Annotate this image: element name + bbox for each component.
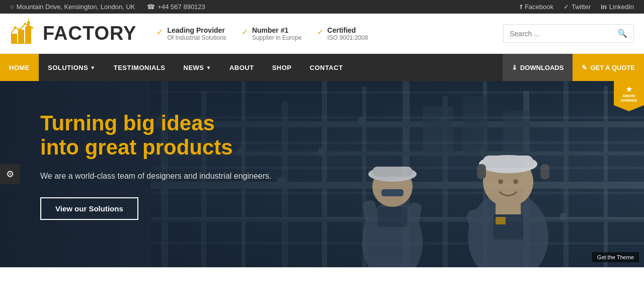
hero-workers-svg (267, 81, 644, 267)
feature3-title: Certified (328, 26, 368, 34)
check-icon-1: ✓ (156, 27, 163, 37)
svg-rect-0 (11, 34, 17, 43)
nav-news-label: NEWS (184, 64, 204, 71)
search-box[interactable]: 🔍 (503, 24, 634, 43)
top-bar: ○ Mountain Drive, Kensington, London, UK… (0, 0, 644, 14)
feature1-title: Leading Provider (167, 26, 226, 34)
twitter-link[interactable]: ✓ Twitter (564, 3, 591, 11)
address-text: Mountain Drive, Kensington, London, UK (17, 3, 135, 11)
nav-shop-label: SHOP (272, 64, 292, 71)
logo-text: FACTORY (43, 23, 136, 44)
top-bar-left: ○ Mountain Drive, Kensington, London, UK… (10, 3, 205, 11)
check-icon-3: ✓ (317, 27, 324, 37)
twitter-label: Twitter (572, 3, 591, 11)
facebook-link[interactable]: f Facebook (520, 3, 553, 11)
nav-about[interactable]: ABOUT (220, 54, 263, 81)
nav-solutions[interactable]: SOLUTIONS ▼ (39, 54, 105, 81)
nav-quote-label: GET A QUOTE (590, 64, 635, 71)
nav-downloads-label: DOWNLOADS (520, 64, 564, 71)
header: FACTORY ✓ Leading Provider Of Industrial… (0, 14, 644, 54)
facebook-label: Facebook (525, 3, 553, 11)
phone-link[interactable]: ☎ +44 567 890123 (147, 3, 205, 11)
linkedin-link[interactable]: in LinkedIn (601, 3, 634, 11)
nav-contact-label: CONTACT (310, 64, 343, 71)
svg-rect-53 (540, 164, 549, 179)
location-icon: ○ (10, 3, 14, 11)
svg-rect-42 (372, 167, 413, 177)
linkedin-label: LinkedIn (609, 3, 634, 11)
side-settings-button[interactable]: ⚙ (0, 164, 20, 184)
chevron-down-icon-solutions: ▼ (90, 65, 95, 70)
feature-number-one: ✓ Number #1 Supplier in Europe (242, 26, 302, 41)
downloads-icon: ⇓ (512, 64, 517, 71)
award-line2: NOMINEE (621, 98, 637, 103)
nav-quote[interactable]: ✎ GET A QUOTE (573, 54, 644, 81)
hero-title-line1: Turning big ideas (40, 111, 215, 135)
hero-content: Turning big ideas into great products We… (40, 111, 272, 220)
twitter-icon: ✓ (564, 3, 569, 11)
search-input[interactable] (504, 26, 611, 42)
get-theme-text: Get the Theme (597, 254, 634, 260)
svg-rect-1 (18, 30, 24, 43)
svg-point-4 (14, 26, 16, 28)
quote-icon: ✎ (582, 64, 587, 71)
top-bar-right: f Facebook ✓ Twitter in LinkedIn (520, 3, 634, 11)
gear-icon: ⚙ (6, 169, 14, 180)
nav-main: HOME SOLUTIONS ▼ TESTIMONIALS NEWS ▼ ABO… (0, 54, 503, 81)
header-features: ✓ Leading Provider Of Industrial Solutio… (156, 26, 483, 41)
feature-text-3: Certified ISO 9001:2008 (328, 26, 368, 41)
hero-title-line2: into great products (40, 135, 233, 159)
svg-point-7 (31, 27, 33, 29)
nav-about-label: ABOUT (229, 64, 254, 71)
logo-area[interactable]: FACTORY (10, 19, 136, 48)
svg-rect-43 (381, 189, 404, 196)
nav-testimonials[interactable]: TESTIMONIALS (105, 54, 175, 81)
nav-home-label: HOME (9, 64, 30, 71)
search-button[interactable]: 🔍 (611, 25, 633, 42)
hero: Turning big ideas into great products We… (0, 81, 644, 267)
feature2-title: Number #1 (252, 26, 302, 34)
facebook-icon: f (520, 3, 522, 11)
feature1-sub: Of Industrial Solutions (167, 34, 226, 41)
svg-point-5 (19, 29, 21, 31)
phone-icon: ☎ (147, 3, 155, 11)
get-theme-link[interactable]: Get the Theme (592, 252, 639, 262)
svg-point-55 (513, 179, 518, 184)
feature-leading-provider: ✓ Leading Provider Of Industrial Solutio… (156, 26, 226, 41)
nav-contact[interactable]: CONTACT (301, 54, 352, 81)
hero-title: Turning big ideas into great products (40, 111, 272, 160)
feature-text-1: Leading Provider Of Industrial Solutions (167, 26, 226, 41)
logo-icon (10, 19, 38, 48)
award-line1: AWARD (622, 94, 635, 98)
svg-rect-51 (483, 156, 533, 168)
nav-right: ⇓ DOWNLOADS ✎ GET A QUOTE (503, 54, 644, 81)
svg-rect-52 (477, 164, 486, 179)
svg-rect-46 (377, 207, 408, 227)
nav-home[interactable]: HOME (0, 54, 39, 81)
svg-point-54 (498, 179, 503, 184)
search-icon: 🔍 (617, 29, 627, 38)
feature3-sub: ISO 9001:2008 (328, 34, 368, 41)
chevron-down-icon-news: ▼ (206, 65, 211, 70)
svg-rect-8 (27, 21, 30, 27)
feature2-sub: Supplier in Europe (252, 34, 302, 41)
nav-shop[interactable]: SHOP (263, 54, 301, 81)
phone-text: +44 567 890123 (157, 3, 205, 11)
award-star-icon: ★ (626, 85, 632, 94)
svg-rect-3 (11, 43, 31, 44)
check-icon-2: ✓ (242, 27, 248, 37)
nav: HOME SOLUTIONS ▼ TESTIMONIALS NEWS ▼ ABO… (0, 54, 644, 81)
hero-cta-button[interactable]: View our Solutions (40, 197, 138, 220)
nav-testimonials-label: TESTIMONIALS (114, 64, 166, 71)
nav-news[interactable]: NEWS ▼ (175, 54, 220, 81)
award-badge: ★ AWARD NOMINEE (614, 81, 644, 111)
address-link[interactable]: ○ Mountain Drive, Kensington, London, UK (10, 3, 135, 11)
nav-downloads[interactable]: ⇓ DOWNLOADS (503, 54, 573, 81)
feature-text-2: Number #1 Supplier in Europe (252, 26, 302, 41)
feature-certified: ✓ Certified ISO 9001:2008 (317, 26, 368, 41)
svg-point-6 (24, 23, 26, 25)
svg-rect-2 (25, 26, 31, 43)
svg-rect-59 (496, 217, 506, 224)
nav-solutions-label: SOLUTIONS (48, 64, 88, 71)
hero-subtitle: We are a world-class team of designers a… (40, 170, 272, 182)
